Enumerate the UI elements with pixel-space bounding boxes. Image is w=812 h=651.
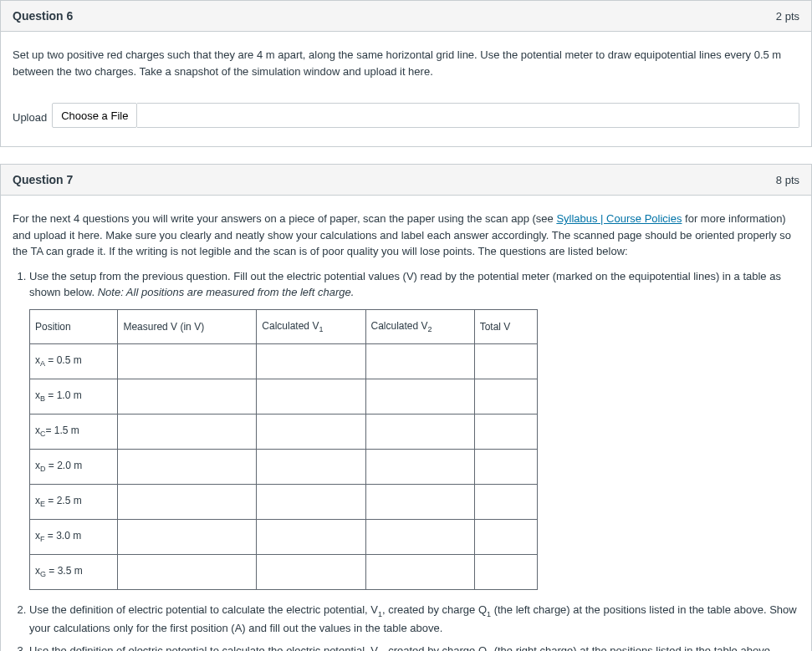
list-item-2: Use the definition of electric potential… <box>29 602 799 637</box>
cell-position: xF = 3.0 m <box>30 519 118 554</box>
file-name-field[interactable] <box>137 103 799 128</box>
question-7-list: Use the setup from the previous question… <box>13 268 799 652</box>
cell-empty <box>474 450 537 485</box>
cell-empty <box>365 484 474 519</box>
cell-empty <box>365 519 474 554</box>
cell-empty <box>257 379 365 415</box>
question-7-intro: For the next 4 questions you will write … <box>13 211 799 260</box>
question-6-prompt: Set up two positive red charges such tha… <box>13 47 799 79</box>
cell-empty <box>365 450 474 485</box>
cell-empty <box>118 344 257 379</box>
question-7-header: Question 7 8 pts <box>1 165 811 196</box>
cell-empty <box>365 554 474 589</box>
table-row: xF = 3.0 m <box>30 519 538 554</box>
cell-empty <box>365 344 474 379</box>
cell-empty <box>257 450 365 485</box>
cell-empty <box>118 415 257 450</box>
table-header-row: Position Measured V (in V) Calculated V1… <box>30 309 538 344</box>
table-row: xB = 1.0 m <box>30 379 538 415</box>
question-6-body: Set up two positive red charges such tha… <box>1 32 811 146</box>
cell-empty <box>365 415 474 450</box>
question-6-header: Question 6 2 pts <box>1 1 811 32</box>
cell-position: xA = 0.5 m <box>30 344 118 379</box>
cell-empty <box>474 415 537 450</box>
cell-empty <box>474 519 537 554</box>
cell-empty <box>118 484 257 519</box>
cell-empty <box>257 344 365 379</box>
question-6-points: 2 pts <box>776 10 799 23</box>
table-row: xC= 1.5 m <box>30 415 538 450</box>
cell-position: xC= 1.5 m <box>30 415 118 450</box>
cell-empty <box>474 344 537 379</box>
table-row: xG = 3.5 m <box>30 554 538 589</box>
cell-empty <box>118 450 257 485</box>
cell-empty <box>257 519 365 554</box>
syllabus-link[interactable]: Syllabus | Course Policies <box>556 212 682 225</box>
col-position: Position <box>30 309 118 344</box>
col-measured: Measured V (in V) <box>118 309 257 344</box>
cell-empty <box>257 554 365 589</box>
cell-empty <box>474 379 537 415</box>
table-row: xE = 2.5 m <box>30 484 538 519</box>
question-6-block: Question 6 2 pts Set up two positive red… <box>0 0 812 147</box>
cell-empty <box>118 519 257 554</box>
list-item-1: Use the setup from the previous question… <box>29 268 799 590</box>
potential-table: Position Measured V (in V) Calculated V1… <box>29 309 538 590</box>
question-7-title: Question 7 <box>13 173 73 186</box>
cell-empty <box>257 415 365 450</box>
list-item-3: Use the definition of electric potential… <box>29 643 799 651</box>
cell-empty <box>257 484 365 519</box>
upload-label: Upload <box>13 103 52 128</box>
item1-note: Note: All positions are measured from th… <box>98 286 355 298</box>
question-7-body: For the next 4 questions you will write … <box>1 196 811 651</box>
cell-empty <box>118 554 257 589</box>
question-6-title: Question 6 <box>13 9 73 23</box>
cell-empty <box>118 379 257 415</box>
col-calc-v2: Calculated V2 <box>365 309 474 344</box>
table-body: xA = 0.5 mxB = 1.0 mxC= 1.5 mxD = 2.0 mx… <box>30 344 538 589</box>
table-row: xA = 0.5 m <box>30 344 538 379</box>
question-7-block: Question 7 8 pts For the next 4 question… <box>0 164 812 651</box>
cell-empty <box>474 554 537 589</box>
col-calc-v1: Calculated V1 <box>257 309 365 344</box>
cell-position: xD = 2.0 m <box>30 450 118 485</box>
intro-text-a: For the next 4 questions you will write … <box>13 212 556 225</box>
choose-file-button[interactable]: Choose a File <box>52 103 137 128</box>
cell-empty <box>365 379 474 415</box>
cell-empty <box>474 484 537 519</box>
cell-position: xB = 1.0 m <box>30 379 118 415</box>
cell-position: xG = 3.5 m <box>30 554 118 589</box>
upload-row: Upload Choose a File <box>13 103 799 128</box>
table-row: xD = 2.0 m <box>30 450 538 485</box>
cell-position: xE = 2.5 m <box>30 484 118 519</box>
col-total: Total V <box>474 309 537 344</box>
question-7-points: 8 pts <box>776 174 799 186</box>
